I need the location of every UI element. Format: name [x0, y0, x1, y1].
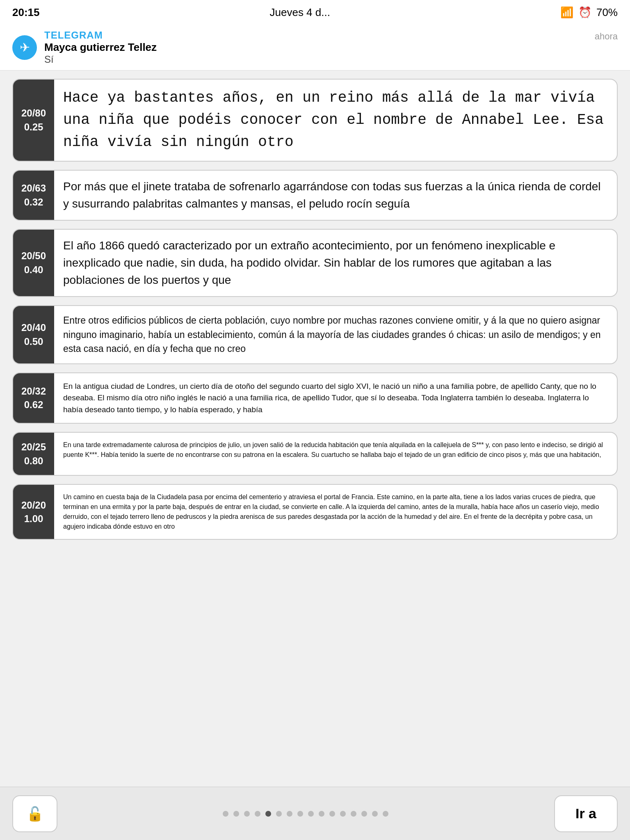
notification-content: TELEGRAM Mayca gutierrez Tellez Sí — [44, 30, 618, 65]
page-dot-9 — [308, 811, 314, 817]
card-text-3: El año 1866 quedó caracterizado por un e… — [54, 230, 617, 296]
status-date: Jueves 4 d... — [270, 6, 330, 19]
card-badge-7: 20/201.00 — [13, 485, 54, 539]
page-dot-5 — [265, 811, 271, 817]
battery-indicator: 70% — [596, 6, 618, 19]
notification-time: ahora — [595, 31, 618, 42]
card-badge-3: 20/500.40 — [13, 230, 54, 296]
card-text-2: Por más que el jinete trataba de sofrena… — [54, 171, 617, 220]
reading-card-7[interactable]: 20/201.00Un camino en cuesta baja de la … — [12, 484, 618, 540]
page-dot-3 — [244, 811, 250, 817]
page-dots — [223, 811, 388, 817]
notification-app-name: TELEGRAM — [44, 30, 618, 41]
notification-message: Sí — [44, 54, 618, 65]
status-right: 📶 ⏰ 70% — [560, 6, 618, 19]
reading-card-6[interactable]: 20/250.80En una tarde extremadamente cal… — [12, 432, 618, 476]
notification-sender: Mayca gutierrez Tellez — [44, 41, 618, 54]
reading-card-3[interactable]: 20/500.40El año 1866 quedó caracterizado… — [12, 229, 618, 297]
page-dot-11 — [329, 811, 335, 817]
lock-button[interactable]: 🔓 — [12, 795, 57, 832]
page-dot-15 — [372, 811, 378, 817]
card-badge-1: 20/800.25 — [13, 80, 54, 161]
page-dot-16 — [383, 811, 388, 817]
reading-card-2[interactable]: 20/630.32Por más que el jinete trataba d… — [12, 170, 618, 221]
page-dot-12 — [340, 811, 346, 817]
page-dot-14 — [361, 811, 367, 817]
status-bar: 20:15 Jueves 4 d... 📶 ⏰ 70% — [0, 0, 630, 25]
page-dot-4 — [255, 811, 260, 817]
status-time: 20:15 — [12, 6, 40, 19]
reading-card-1[interactable]: 20/800.25Hace ya bastantes años, en un r… — [12, 79, 618, 162]
reading-card-4[interactable]: 20/400.50Entre otros edificios públicos … — [12, 305, 618, 364]
wifi-icon: 📶 — [560, 6, 573, 19]
page-dot-10 — [319, 811, 324, 817]
card-text-6: En una tarde extremadamente calurosa de … — [54, 433, 617, 475]
alarm-icon: ⏰ — [578, 6, 591, 19]
card-badge-4: 20/400.50 — [13, 306, 54, 363]
page-dot-13 — [351, 811, 356, 817]
content-wrapper: 20/800.25Hace ya bastantes años, en un r… — [0, 71, 630, 605]
card-badge-5: 20/320.62 — [13, 373, 54, 423]
page-dot-1 — [223, 811, 228, 817]
card-text-7: Un camino en cuesta baja de la Ciudadela… — [54, 485, 617, 539]
notification-bar[interactable]: ✈ TELEGRAM Mayca gutierrez Tellez Sí aho… — [0, 25, 630, 71]
telegram-icon: ✈ — [12, 35, 37, 60]
reading-card-5[interactable]: 20/320.62En la antigua ciudad de Londres… — [12, 372, 618, 424]
page-dot-6 — [276, 811, 282, 817]
page-dot-7 — [287, 811, 292, 817]
card-badge-2: 20/630.32 — [13, 171, 54, 220]
page-dot-2 — [233, 811, 239, 817]
card-text-5: En la antigua ciudad de Londres, un cier… — [54, 373, 617, 423]
go-button[interactable]: Ir a — [554, 795, 618, 832]
page-dot-8 — [297, 811, 303, 817]
main-content: 20/800.25Hace ya bastantes años, en un r… — [0, 71, 630, 548]
card-text-1: Hace ya bastantes años, en un reino más … — [54, 80, 617, 161]
card-badge-6: 20/250.80 — [13, 433, 54, 475]
bottom-nav: 🔓 Ir a — [0, 787, 630, 840]
card-text-4: Entre otros edificios públicos de cierta… — [54, 306, 617, 363]
